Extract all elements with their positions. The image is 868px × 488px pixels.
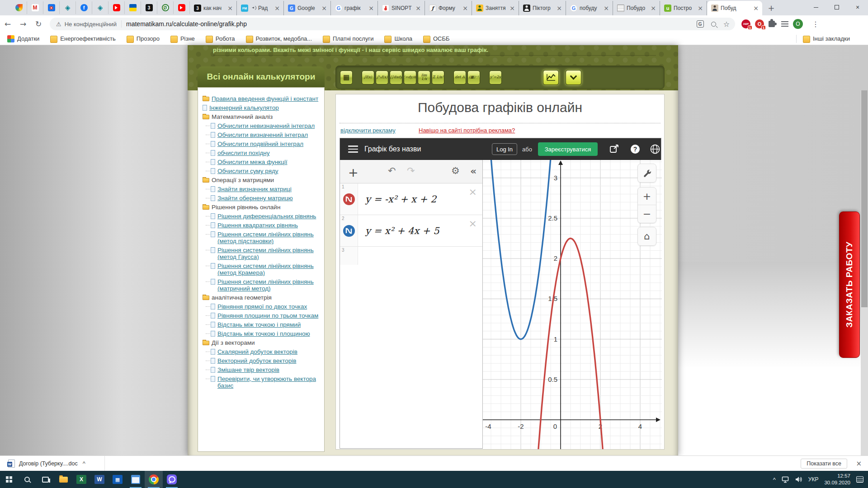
delete-expression-icon[interactable]: × [469, 218, 477, 229]
tab-close-icon[interactable]: × [274, 5, 281, 12]
tray-expand-icon[interactable]: ^ [773, 476, 776, 483]
definite-integral-button[interactable]: ∫ᵇₐf(x) [376, 70, 388, 84]
help-icon[interactable]: ? [630, 144, 640, 154]
menu-icon[interactable] [348, 145, 358, 153]
pinned-tab[interactable]: M [27, 1, 43, 14]
back-button[interactable]: ← [0, 19, 15, 28]
browser-tab[interactable]: G графік × [331, 1, 378, 15]
browser-tab[interactable]: Заняття × [472, 1, 519, 15]
browser-tab[interactable]: 3 как нач × [190, 1, 237, 15]
scrollbar-thumb[interactable] [861, 90, 868, 307]
task-view-button[interactable] [36, 471, 54, 488]
tab-close-icon[interactable]: × [321, 5, 328, 12]
expression-row-empty[interactable]: 3 [340, 247, 482, 265]
graph-settings-wrench-button[interactable] [637, 164, 656, 183]
address-bar[interactable]: ⚠ Не конфіденційний matematikam.ru/calcu… [50, 18, 735, 30]
sidebar-item[interactable]: Рішення рівнянь онлайн [203, 204, 321, 211]
new-tab-button[interactable]: + [765, 1, 778, 14]
sidebar-item[interactable]: Скалярний добуток векторів [211, 348, 321, 355]
diff-equation-button[interactable]: y″=2x [489, 70, 502, 84]
tab-close-icon[interactable]: × [752, 5, 760, 12]
download-bar-close-icon[interactable]: × [856, 460, 862, 468]
double-integral-button[interactable]: ∫∫dxdy [390, 70, 402, 84]
inverse-matrix-button[interactable]: (▦)⁻¹ [467, 70, 480, 84]
tab-audio-icon[interactable] [250, 6, 256, 10]
taskbar-clock[interactable]: 12:57 30.09.2020 [824, 473, 850, 486]
browser-tab[interactable]: FM Рад × [237, 1, 284, 15]
sidebar-item[interactable]: Рівняння площини по трьом точкам [211, 312, 321, 319]
sidebar-item[interactable]: Математичний аналіз [203, 113, 321, 120]
red-extension-icon[interactable]: O1 [755, 19, 764, 28]
playlist-extension-icon[interactable] [781, 21, 788, 27]
determinant-button[interactable]: det A [453, 70, 466, 84]
browser-tab[interactable]: ƒ Форму × [425, 1, 472, 15]
globe-icon[interactable] [650, 144, 660, 154]
delete-expression-icon[interactable]: × [469, 186, 477, 197]
sidebar-item[interactable]: Рішення системи лінійних рівнянь (метод … [211, 247, 321, 260]
window-minimize-button[interactable] [806, 0, 826, 14]
sidebar-item[interactable]: Рішення системи лінійних рівнянь (матрич… [211, 278, 321, 292]
bookmark-star-icon[interactable]: ☆ [723, 20, 730, 28]
tab-close-icon[interactable]: × [368, 5, 375, 12]
why-ads-link[interactable]: Навіщо на сайті потрібна реклама? [419, 127, 515, 134]
excel-button[interactable]: X [72, 471, 90, 488]
sidebar-item[interactable]: Знайти обернену матрицю [211, 195, 321, 202]
bookmark-item[interactable]: Платні послуги [323, 34, 373, 43]
disable-ads-link[interactable]: відключити рекламу [340, 127, 396, 134]
speaker-icon[interactable] [795, 476, 802, 483]
order-work-banner[interactable]: ЗАКАЗАТЬ РАБОТУ [839, 211, 860, 358]
add-expression-button[interactable]: + [348, 165, 359, 179]
browser-menu-icon[interactable]: ⋮ [812, 20, 819, 28]
browser-tab[interactable]: SINOPT × [378, 1, 425, 15]
redo-icon[interactable]: ↷ [407, 165, 415, 176]
browser-tab[interactable]: Піктогр × [519, 1, 566, 15]
word-button[interactable]: W [90, 471, 108, 488]
browser-tab[interactable]: Побудо × [613, 1, 660, 15]
page-scrollbar[interactable] [861, 90, 868, 488]
sidebar-item[interactable]: Дії з векторами [203, 339, 321, 346]
browser-tab[interactable]: u Постро × [660, 1, 707, 15]
window-close-button[interactable]: × [847, 0, 868, 14]
zoom-out-button[interactable]: − [638, 205, 656, 223]
security-warning-icon[interactable]: ⚠ [56, 21, 61, 28]
derivative-button[interactable]: y'=dy/dx [404, 70, 416, 84]
expression-latex[interactable]: y = x² + 4x + 5 [365, 225, 439, 236]
expression-row[interactable]: 2 y = x² + 4x + 5 × [340, 215, 482, 247]
sidebar-item[interactable]: Знайти визначник матриці [211, 186, 321, 192]
sidebar-item[interactable]: Обчислити подвійний інтеграл [211, 141, 321, 147]
sidebar-item[interactable]: Рішення системи лінійних рівнянь (метод … [211, 263, 321, 276]
download-options-icon[interactable]: ^ [83, 460, 85, 467]
pinned-tab[interactable] [125, 1, 141, 14]
file-explorer-button[interactable] [54, 471, 72, 488]
bookmark-item[interactable]: Школа [384, 34, 412, 43]
pinned-tab[interactable] [108, 1, 125, 14]
pinned-tab[interactable]: f [76, 1, 92, 14]
zoom-in-button[interactable]: + [638, 188, 656, 205]
browser-tab[interactable]: G побуду × [566, 1, 613, 15]
pinned-tab[interactable]: ◈ [92, 1, 108, 14]
chrome-button[interactable] [145, 471, 163, 488]
sidebar-item[interactable]: Змішане твір векторів [211, 366, 321, 373]
graph-plotter-button[interactable] [543, 70, 559, 85]
sidebar-item[interactable]: Векторний добуток векторів [211, 357, 321, 364]
sidebar-item[interactable]: Рішення диференціальних рівнянь [211, 213, 321, 220]
pinned-tab[interactable] [174, 1, 190, 14]
sidebar-item[interactable]: Інженерний калькулятор [203, 104, 321, 111]
pinned-tab[interactable]: Ø [157, 1, 174, 14]
graph-canvas[interactable]: -4-22400.511.522.53 [483, 160, 662, 449]
sidebar-item[interactable]: Рівняння прямої по двох точках [211, 303, 321, 310]
bookmark-item[interactable]: Енергоефективність [50, 34, 115, 43]
tab-close-icon[interactable]: × [556, 5, 563, 12]
pinned-tab[interactable]: 3 [141, 1, 157, 14]
home-view-button[interactable]: ⌂ [637, 227, 656, 246]
action-center-icon[interactable] [856, 476, 863, 483]
sidebar-item[interactable]: аналітична геометрія [203, 294, 321, 301]
sidebar-item[interactable]: Рішення системи лінійних рівнянь (метод … [211, 231, 321, 244]
pinned-tab[interactable] [43, 1, 60, 14]
bookmark-item[interactable]: Прозоро [127, 34, 160, 43]
bookmark-item[interactable]: Розвиток, медобла... [246, 34, 312, 43]
bookmark-item[interactable]: Додатки [7, 35, 39, 42]
downloaded-file[interactable]: Договір (Туберку....doc ^ [0, 456, 105, 471]
login-button[interactable]: Log In [492, 143, 517, 155]
reload-button[interactable]: ↻ [31, 19, 46, 28]
